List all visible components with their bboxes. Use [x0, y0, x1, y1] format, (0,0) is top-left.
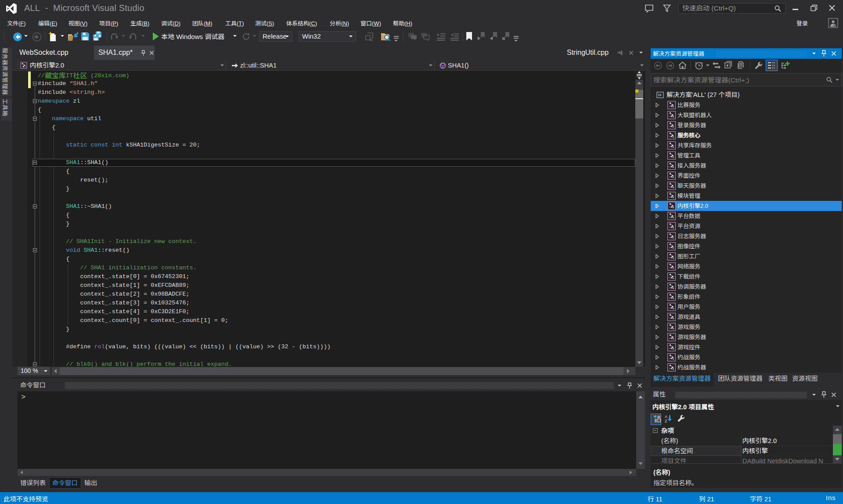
- svg-text:Z: Z: [665, 419, 667, 423]
- svg-text:A: A: [665, 415, 667, 419]
